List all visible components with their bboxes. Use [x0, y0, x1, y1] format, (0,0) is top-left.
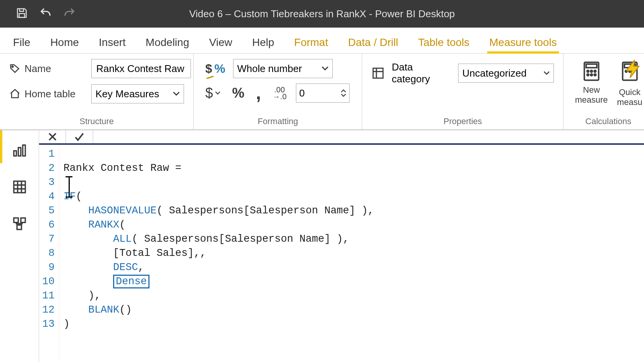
tab-format[interactable]: Format	[292, 30, 330, 53]
dense-argument-highlight: Dense	[113, 275, 150, 288]
dax-code[interactable]: Rankx Contest Raw = IF( HASONEVALUE( Sal…	[59, 145, 378, 362]
svg-rect-19	[14, 181, 25, 193]
svg-rect-2	[373, 68, 383, 78]
tab-insert[interactable]: Insert	[97, 30, 128, 53]
formula-commit-button[interactable]	[66, 130, 93, 143]
quick-measure-button[interactable]: Quick measu	[615, 59, 644, 109]
home-table-label: Home table	[9, 88, 86, 100]
spinner-up-icon[interactable]	[341, 89, 346, 93]
calculator-icon	[581, 61, 602, 82]
group-label-structure: Structure	[9, 114, 184, 128]
svg-rect-17	[18, 147, 21, 156]
ribbon-measure-tools: Name Home table Key Measures Structure	[0, 54, 644, 130]
new-measure-button[interactable]: New measure	[573, 59, 610, 109]
new-measure-label: New measure	[575, 85, 608, 105]
home-table-value: Key Measures	[95, 88, 159, 100]
formula-cancel-button[interactable]	[39, 130, 66, 143]
redo-icon[interactable]	[63, 7, 76, 21]
svg-rect-22	[17, 225, 21, 229]
svg-rect-18	[23, 145, 25, 156]
svg-rect-16	[14, 151, 16, 156]
data-view-button[interactable]	[9, 176, 30, 199]
chevron-down-icon	[215, 91, 220, 95]
svg-rect-0	[19, 13, 25, 17]
svg-point-10	[594, 74, 596, 76]
svg-point-6	[590, 70, 592, 72]
percent-format-button[interactable]: %	[230, 84, 246, 103]
window-title: Video 6 – Custom Tiebreakers in RankX - …	[189, 8, 455, 20]
view-switcher-rail	[0, 130, 39, 362]
chevron-down-icon	[544, 71, 550, 75]
svg-rect-20	[14, 218, 18, 223]
decimals-value: 0	[299, 87, 305, 99]
spinner-down-icon[interactable]	[341, 93, 346, 97]
home-table-select[interactable]: Key Measures	[91, 84, 184, 103]
format-type-value: Whole number	[237, 63, 302, 75]
svg-point-9	[590, 74, 592, 76]
svg-point-8	[587, 74, 589, 76]
quick-measure-label: Quick measu	[617, 87, 642, 107]
svg-point-7	[594, 70, 596, 72]
lightning-icon	[623, 58, 644, 80]
svg-point-1	[12, 66, 13, 67]
tab-file[interactable]: File	[11, 30, 33, 53]
tab-help[interactable]: Help	[250, 30, 277, 53]
thousands-separator-button[interactable]: ,	[253, 88, 263, 98]
tab-view[interactable]: View	[207, 30, 235, 53]
measure-name-input[interactable]	[91, 59, 191, 78]
chevron-down-icon	[173, 90, 180, 97]
save-icon[interactable]	[15, 7, 28, 21]
formula-bar-controls	[39, 130, 644, 145]
tab-measure-tools[interactable]: Measure tools	[487, 30, 559, 53]
format-type-select[interactable]: Whole number	[233, 59, 333, 78]
pencil-icon	[205, 75, 215, 79]
group-label-properties: Properties	[371, 114, 554, 128]
tab-modeling[interactable]: Modeling	[143, 30, 192, 53]
svg-rect-21	[21, 218, 25, 223]
line-gutter: 12345678910111213	[39, 145, 59, 362]
group-label-formatting: Formatting	[203, 114, 353, 128]
title-bar: Video 6 – Custom Tiebreakers in RankX - …	[0, 0, 644, 28]
tab-table-tools[interactable]: Table tools	[416, 30, 472, 53]
chevron-down-icon	[322, 65, 329, 72]
data-category-select[interactable]: Uncategorized	[458, 64, 554, 83]
ribbon-tabs: File Home Insert Modeling View Help Form…	[0, 28, 644, 54]
ribbon-group-structure: Name Home table Key Measures Structure	[0, 54, 194, 129]
decimals-spinner[interactable]: 0	[296, 84, 350, 103]
tag-icon	[9, 63, 21, 74]
home-icon	[9, 88, 21, 100]
svg-point-5	[587, 70, 589, 72]
decimal-places-button[interactable]: .00→.0	[270, 85, 289, 102]
undo-icon[interactable]	[39, 7, 52, 21]
model-view-button[interactable]	[9, 213, 30, 236]
svg-rect-4	[586, 64, 597, 67]
data-category-label: Data category	[392, 61, 451, 85]
ribbon-group-properties: Data category Uncategorized Properties	[362, 54, 564, 129]
ribbon-group-calculations: New measure Quick measu Calculations	[564, 54, 644, 129]
dax-editor[interactable]: 12345678910111213 Rankx Contest Raw = IF…	[39, 145, 644, 362]
tab-home[interactable]: Home	[48, 30, 81, 53]
data-category-value: Uncategorized	[462, 67, 527, 79]
ribbon-group-formatting: $% Whole number $ % , .00→.0	[194, 54, 362, 129]
group-label-calculations: Calculations	[573, 114, 644, 128]
name-label: Name	[9, 63, 86, 75]
data-category-icon	[371, 66, 384, 80]
format-icon: $%	[203, 60, 227, 77]
report-view-button[interactable]	[9, 139, 30, 162]
currency-format-button[interactable]: $	[203, 84, 223, 103]
tab-data-drill[interactable]: Data / Drill	[346, 30, 401, 53]
text-cursor	[69, 176, 70, 198]
